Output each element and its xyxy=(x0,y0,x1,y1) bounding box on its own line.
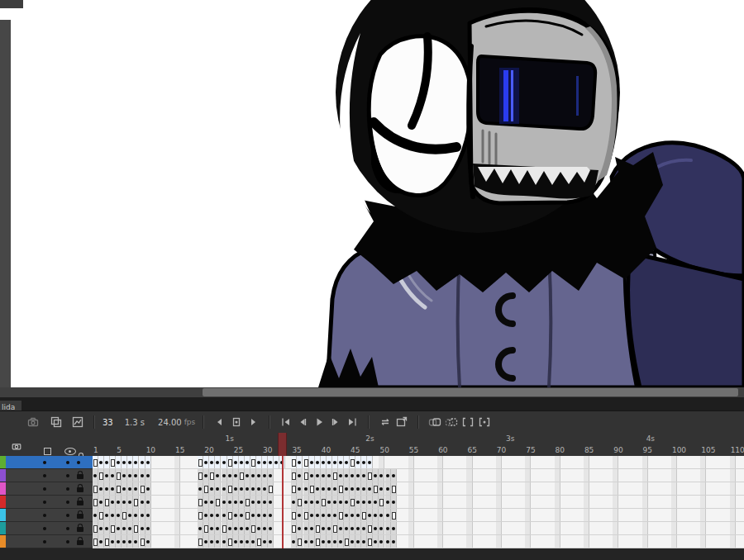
frame-cell[interactable] xyxy=(327,482,332,495)
layer-visibility-dot[interactable] xyxy=(66,487,69,491)
frame-cell[interactable] xyxy=(110,509,116,521)
frame-cell[interactable] xyxy=(379,496,384,508)
frame-cell[interactable] xyxy=(93,509,98,521)
frame-cell[interactable] xyxy=(309,496,315,508)
frame-cell[interactable] xyxy=(385,496,391,508)
frame-cell[interactable] xyxy=(227,496,233,508)
frame-cell[interactable] xyxy=(122,496,127,508)
frame-cell[interactable] xyxy=(332,482,338,495)
frame-cell[interactable] xyxy=(315,509,321,521)
frame-cell[interactable] xyxy=(268,496,274,508)
frame-cell[interactable] xyxy=(239,456,245,468)
frame-cell[interactable] xyxy=(209,496,215,508)
frame-cell[interactable] xyxy=(104,496,110,508)
frame-cell[interactable] xyxy=(198,496,203,508)
frame-cell[interactable] xyxy=(367,469,373,482)
frame-cell[interactable] xyxy=(233,469,239,482)
frame-cell[interactable] xyxy=(209,469,215,482)
frame-cell[interactable] xyxy=(133,456,139,468)
frame-cell[interactable] xyxy=(361,482,367,495)
frame-cell[interactable] xyxy=(104,522,110,534)
frame-cell[interactable] xyxy=(262,509,268,521)
frame-cell[interactable] xyxy=(133,496,139,508)
frame-cell[interactable] xyxy=(198,522,203,534)
frame-cell[interactable] xyxy=(140,469,145,482)
frame-cell[interactable] xyxy=(104,482,110,495)
frame-cell[interactable] xyxy=(321,469,327,482)
frame-cell[interactable] xyxy=(116,535,122,548)
frame-cell[interactable] xyxy=(215,522,221,534)
frame-cell[interactable] xyxy=(367,456,373,468)
frame-cell[interactable] xyxy=(222,535,227,548)
frame-cell[interactable] xyxy=(350,456,355,468)
center-frame-icon[interactable] xyxy=(228,414,245,430)
layer-row[interactable] xyxy=(0,496,93,509)
stage-canvas[interactable] xyxy=(0,0,744,387)
frame-cell[interactable] xyxy=(250,469,256,482)
frame-cell[interactable] xyxy=(122,482,127,495)
frame-cell[interactable] xyxy=(145,482,151,495)
frame-cell[interactable] xyxy=(344,509,350,521)
frame-cell[interactable] xyxy=(215,456,221,468)
frame-cell[interactable] xyxy=(385,469,391,482)
frame-cell[interactable] xyxy=(291,456,297,468)
test-render-icon[interactable] xyxy=(393,414,410,430)
layer-lock-icon[interactable] xyxy=(77,501,83,505)
layer-visibility-dot[interactable] xyxy=(66,461,69,464)
frame-cell[interactable] xyxy=(332,509,338,521)
layer-outline-dot[interactable] xyxy=(43,501,46,504)
layer-row[interactable] xyxy=(0,482,93,496)
frame-cell[interactable] xyxy=(350,522,355,534)
frame-cell[interactable] xyxy=(291,535,297,548)
frame-cell[interactable] xyxy=(268,469,274,482)
frame-cell[interactable] xyxy=(262,456,268,468)
playhead-line[interactable] xyxy=(282,456,284,548)
frame-cell[interactable] xyxy=(321,509,327,521)
layer-frames-row[interactable] xyxy=(93,469,744,482)
frame-cell[interactable] xyxy=(361,535,367,548)
frame-cell[interactable] xyxy=(373,469,379,482)
frame-cell[interactable] xyxy=(315,496,321,508)
frame-cell[interactable] xyxy=(140,456,145,468)
frame-cell[interactable] xyxy=(203,522,209,534)
frame-cell[interactable] xyxy=(327,456,332,468)
frame-cell[interactable] xyxy=(133,469,139,482)
scrollbar-thumb[interactable] xyxy=(203,388,738,396)
frame-cell[interactable] xyxy=(321,482,327,495)
frame-cell[interactable] xyxy=(250,509,256,521)
frame-cell[interactable] xyxy=(104,469,110,482)
layer-outline-dot[interactable] xyxy=(43,487,46,491)
frame-cell[interactable] xyxy=(93,482,98,495)
layer-visibility-dot[interactable] xyxy=(66,514,69,517)
frame-cell[interactable] xyxy=(338,535,344,548)
go-to-first-frame-icon[interactable] xyxy=(278,414,294,430)
frame-cell[interactable] xyxy=(344,482,350,495)
frame-cell[interactable] xyxy=(222,482,227,495)
layer-outline-dot[interactable] xyxy=(43,540,46,543)
frame-cell[interactable] xyxy=(110,522,116,534)
frame-cell[interactable] xyxy=(256,509,262,521)
frame-cell[interactable] xyxy=(239,535,245,548)
frame-cell[interactable] xyxy=(315,535,321,548)
frame-cell[interactable] xyxy=(291,496,297,508)
frame-cell[interactable] xyxy=(127,496,133,508)
frame-cell[interactable] xyxy=(227,522,233,534)
frame-cell[interactable] xyxy=(250,496,256,508)
frame-cell[interactable] xyxy=(327,496,332,508)
frame-cell[interactable] xyxy=(116,482,122,495)
onion-skin-icon[interactable] xyxy=(427,414,443,430)
frame-cell[interactable] xyxy=(338,509,344,521)
frame-cell[interactable] xyxy=(373,509,379,521)
layer-lock-icon[interactable] xyxy=(77,514,83,519)
layer-lock-icon[interactable] xyxy=(77,540,83,545)
layer-outline-dot[interactable] xyxy=(43,527,46,530)
frame-cell[interactable] xyxy=(391,496,397,508)
frame-cell[interactable] xyxy=(98,456,104,468)
frame-cell[interactable] xyxy=(215,496,221,508)
frame-cell[interactable] xyxy=(321,522,327,534)
frame-cell[interactable] xyxy=(297,456,303,468)
frame-cell[interactable] xyxy=(198,509,203,521)
frame-cell[interactable] xyxy=(209,456,215,468)
loop-playback-icon[interactable] xyxy=(377,414,393,430)
frame-cell[interactable] xyxy=(344,522,350,534)
